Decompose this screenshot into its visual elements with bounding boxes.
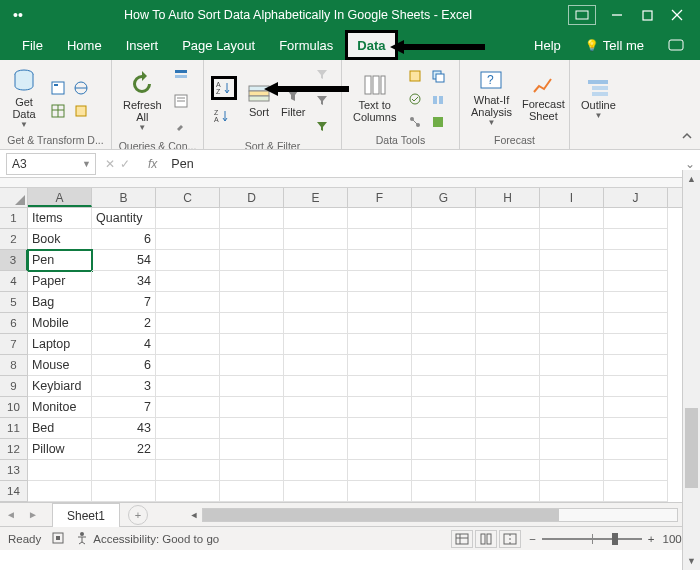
cell[interactable] (476, 481, 540, 502)
cell[interactable] (476, 313, 540, 334)
from-web-button[interactable] (70, 77, 92, 99)
cell[interactable] (540, 460, 604, 481)
cell[interactable] (412, 418, 476, 439)
menu-data[interactable]: Data (345, 30, 397, 60)
cell[interactable] (412, 250, 476, 271)
row-header[interactable]: 13 (0, 460, 28, 481)
remove-dup-button[interactable] (427, 65, 449, 87)
row-header[interactable]: 11 (0, 418, 28, 439)
col-header-E[interactable]: E (284, 188, 348, 207)
cancel-formula-icon[interactable]: ✕ (105, 157, 115, 171)
cell[interactable]: 2 (92, 313, 156, 334)
row-header[interactable]: 3 (0, 250, 28, 271)
cell[interactable]: Keybiard (28, 376, 92, 397)
menu-insert[interactable]: Insert (114, 30, 171, 60)
cell[interactable] (284, 250, 348, 271)
cell[interactable]: Paper (28, 271, 92, 292)
add-sheet-button[interactable]: + (128, 505, 148, 525)
menu-help[interactable]: Help (522, 30, 573, 60)
cell[interactable] (604, 229, 668, 250)
cell[interactable] (220, 460, 284, 481)
cell[interactable] (156, 292, 220, 313)
from-table-button[interactable] (47, 100, 69, 122)
cell[interactable]: 7 (92, 292, 156, 313)
cell[interactable] (412, 460, 476, 481)
menu-tell-me[interactable]: 💡Tell me (573, 30, 656, 60)
cell[interactable]: 6 (92, 229, 156, 250)
sort-asc-button[interactable]: AZ (211, 76, 237, 100)
cell[interactable] (348, 460, 412, 481)
cell[interactable] (220, 229, 284, 250)
cell[interactable] (604, 334, 668, 355)
cell[interactable] (348, 439, 412, 460)
maximize-button[interactable] (632, 0, 662, 30)
cell[interactable] (412, 481, 476, 502)
cell[interactable] (156, 481, 220, 502)
cell[interactable] (604, 271, 668, 292)
col-header-F[interactable]: F (348, 188, 412, 207)
cell[interactable] (476, 397, 540, 418)
cell[interactable] (540, 355, 604, 376)
cell[interactable] (28, 481, 92, 502)
cell[interactable]: 43 (92, 418, 156, 439)
cell[interactable] (220, 439, 284, 460)
cell[interactable] (284, 271, 348, 292)
tab-nav-right[interactable]: ► (22, 504, 44, 526)
text-to-columns-button[interactable]: Text to Columns (348, 73, 401, 123)
cell[interactable] (92, 460, 156, 481)
cell[interactable] (348, 292, 412, 313)
zoom-out-icon[interactable]: − (529, 533, 536, 545)
expand-formula-icon[interactable]: ⌄ (680, 157, 700, 171)
cell[interactable] (412, 271, 476, 292)
col-header-C[interactable]: C (156, 188, 220, 207)
cell[interactable]: 3 (92, 376, 156, 397)
relationships-button[interactable] (404, 111, 426, 133)
cell[interactable] (604, 292, 668, 313)
what-if-button[interactable]: ? What-If Analysis ▼ (466, 70, 517, 127)
cell[interactable] (220, 292, 284, 313)
cell[interactable] (348, 250, 412, 271)
forecast-sheet-button[interactable]: Forecast Sheet (517, 74, 570, 122)
cell[interactable]: Monitoe (28, 397, 92, 418)
spreadsheet-grid[interactable]: ABCDEFGHIJ 1ItemsQuantity2Book63Pen544Pa… (0, 188, 700, 502)
cell[interactable]: Bed (28, 418, 92, 439)
cell[interactable] (476, 439, 540, 460)
formula-input[interactable]: Pen (167, 157, 680, 171)
cell[interactable] (540, 376, 604, 397)
col-header-A[interactable]: A (28, 188, 92, 207)
clear-filter-button[interactable] (311, 64, 333, 86)
row-header[interactable]: 2 (0, 229, 28, 250)
col-header-B[interactable]: B (92, 188, 156, 207)
cell[interactable] (284, 481, 348, 502)
select-all-corner[interactable] (0, 188, 28, 207)
cell[interactable] (412, 376, 476, 397)
cell[interactable] (476, 334, 540, 355)
scroll-thumb[interactable] (685, 408, 698, 488)
cell[interactable] (412, 313, 476, 334)
vertical-scrollbar[interactable]: ▲ ▼ (682, 170, 700, 570)
get-data-button[interactable]: Get Data ▼ (6, 68, 42, 129)
cell[interactable] (476, 376, 540, 397)
cell[interactable]: Pillow (28, 439, 92, 460)
sort-desc-button[interactable]: ZA (211, 105, 233, 127)
cell[interactable] (284, 334, 348, 355)
cell[interactable] (540, 418, 604, 439)
cell[interactable] (220, 250, 284, 271)
name-box[interactable]: A3▼ (6, 153, 96, 175)
cell[interactable] (476, 250, 540, 271)
cell[interactable] (156, 271, 220, 292)
cell[interactable] (412, 355, 476, 376)
cell[interactable]: Laptop (28, 334, 92, 355)
minimize-button[interactable] (602, 0, 632, 30)
ribbon-display-icon[interactable] (568, 5, 596, 25)
cell[interactable]: Quantity (92, 208, 156, 229)
cell[interactable] (476, 292, 540, 313)
cell[interactable] (156, 397, 220, 418)
enter-formula-icon[interactable]: ✓ (120, 157, 130, 171)
tab-nav-left[interactable]: ◄ (0, 504, 22, 526)
manage-data-button[interactable] (427, 111, 449, 133)
cell[interactable]: 34 (92, 271, 156, 292)
cell[interactable] (604, 397, 668, 418)
menu-file[interactable]: File (10, 30, 55, 60)
cell[interactable] (156, 439, 220, 460)
